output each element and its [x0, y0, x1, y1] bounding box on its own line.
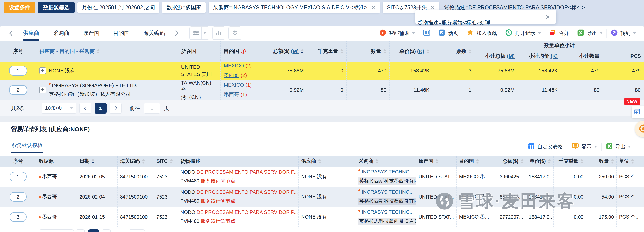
goto-page-input[interactable]: 1 [144, 103, 160, 114]
header-price[interactable]: 单价($) (K) [390, 41, 433, 61]
sort-icon[interactable] [92, 159, 94, 164]
chevron-right-icon[interactable] [173, 30, 178, 36]
unit-link[interactable]: (M) [291, 48, 299, 54]
prev-page-button[interactable] [80, 103, 92, 114]
sort-icon[interactable] [520, 159, 524, 164]
page-size-select[interactable]: 10条/页 [42, 103, 76, 114]
merge-button[interactable]: 合并 [545, 29, 573, 37]
chevron-down-icon[interactable] [628, 146, 631, 148]
sort-icon[interactable] [97, 49, 100, 54]
chevron-down-icon[interactable] [538, 32, 541, 34]
sort-icon[interactable] [548, 159, 551, 164]
layers-view-button[interactable] [228, 26, 242, 40]
sort-icon[interactable] [383, 49, 386, 54]
add-favorite-button[interactable]: 加入收藏 [462, 29, 501, 38]
sort-icon[interactable] [340, 49, 343, 54]
sort-icon[interactable] [318, 159, 321, 164]
header-label[interactable]: 供应商 - 目的国 - 采购商 [40, 48, 95, 55]
close-icon[interactable] [430, 5, 435, 10]
sort-icon[interactable] [426, 49, 430, 54]
set-conditions-button[interactable]: 设置条件 [4, 2, 35, 13]
header-origin[interactable]: 原产国 [416, 156, 457, 167]
tab-supplier[interactable]: 供应商 [16, 26, 46, 41]
sort-icon[interactable] [580, 159, 584, 164]
chevron-down-icon[interactable] [633, 32, 636, 34]
close-icon[interactable] [371, 5, 376, 10]
chevron-down-icon[interactable] [204, 32, 206, 34]
header-qty[interactable]: 数量 [347, 41, 390, 61]
filter-chip-label[interactable]: 数据源=多国家 [166, 4, 202, 11]
chart-view-button[interactable] [212, 26, 225, 40]
next-page-button[interactable] [110, 103, 122, 114]
header-supplier-group[interactable]: 供应商 - 目的国 - 采购商 [36, 41, 178, 61]
destination-link[interactable]: 墨西哥 [224, 92, 239, 97]
tab-buyer[interactable]: 采购商 [46, 26, 76, 41]
table-row[interactable]: 3 墨西哥 2026-01-15 8471500100 7523 NODO DE… [0, 207, 644, 227]
header-total[interactable]: 总额($) (M) [264, 41, 307, 61]
destination-link[interactable]: 墨西哥 [224, 72, 239, 78]
datasource-filter-button[interactable]: 数据源筛选 [38, 2, 75, 13]
unit-link[interactable]: (K) [417, 48, 424, 54]
goto-button[interactable]: 转到 [606, 29, 640, 37]
sort-icon[interactable] [631, 159, 634, 164]
filter-chip-label[interactable]: 采购商=INGRASYS TECHNOLOGY MEXICO S.A.DE C.… [213, 4, 367, 11]
sort-icon[interactable] [468, 49, 472, 54]
floating-widget-panel[interactable] [632, 106, 644, 118]
goto-page-input[interactable] [128, 230, 145, 232]
sort-icon[interactable] [436, 159, 438, 164]
header-total[interactable]: 总额($) [497, 156, 526, 167]
filter-chip-datasource[interactable]: 数据源=多国家 [162, 2, 206, 13]
filter-settings-button[interactable] [190, 26, 209, 40]
close-icon[interactable] [546, 15, 550, 19]
buyer-link[interactable]: INGRASYS TECHNO... [362, 169, 414, 175]
new-page-button[interactable]: 新页 [434, 29, 462, 37]
filter-popup-chip[interactable]: 货物描述=服务器端<标准>处理 [417, 19, 490, 26]
sort-icon[interactable] [376, 159, 378, 164]
ai-assistant-button[interactable]: 智能辅助 [375, 29, 419, 37]
chevron-down-icon[interactable] [594, 146, 597, 148]
expand-icon[interactable] [40, 67, 46, 74]
open-records-button[interactable]: 打开记录 [501, 29, 545, 38]
page-size-select[interactable] [39, 230, 74, 232]
header-destination[interactable]: 目的国 [457, 156, 497, 167]
sort-icon[interactable] [142, 159, 145, 164]
chevron-down-icon[interactable] [600, 32, 603, 34]
current-page-button[interactable]: 1 [94, 103, 106, 114]
chevron-down-icon[interactable] [412, 32, 415, 34]
header-weight[interactable]: 千克重量 [554, 156, 586, 167]
destination-link[interactable]: MEXICO [224, 63, 244, 68]
detail-export-button[interactable]: 导出 [601, 143, 635, 151]
header-supplier[interactable]: 供应商 [299, 156, 356, 167]
header-date[interactable]: 日期 [77, 156, 118, 167]
sort-icon[interactable] [301, 49, 304, 54]
table-row[interactable]: 2 INGRASYS (SINGAPORE) PTE LTD. 英格拉西斯（新加… [0, 80, 644, 100]
header-unit[interactable]: 单位 [617, 156, 644, 167]
panel-toggle-button[interactable] [419, 29, 434, 38]
sort-icon[interactable] [476, 159, 479, 164]
unit-link[interactable]: (M) [507, 53, 514, 59]
buyer-link[interactable]: INGRASYS TECHNO... [362, 189, 414, 195]
header-qty[interactable]: 数量 [586, 156, 617, 167]
tab-hs-code[interactable]: 海关编码 [136, 26, 172, 41]
header-tickets[interactable]: 票数 [433, 41, 475, 61]
expand-icon[interactable] [40, 87, 46, 93]
unit-link[interactable]: (K) [550, 53, 558, 59]
table-row[interactable]: 1 墨西哥 2026-02-05 8471500100 7523 NODO DE… [0, 167, 644, 187]
sort-icon[interactable] [170, 159, 173, 164]
header-hs-code[interactable]: 海关编码 [118, 156, 154, 167]
next-page-button[interactable] [102, 230, 111, 232]
sort-icon[interactable] [611, 159, 614, 164]
current-page-button[interactable] [88, 230, 99, 232]
prev-page-button[interactable] [76, 230, 85, 232]
tab-default-template[interactable]: 系统默认模板 [11, 142, 43, 153]
table-row[interactable]: 1 NONE 没有 UNITED STATES 美国 MEXICO (2) 墨西… [0, 62, 644, 80]
chevron-left-icon[interactable] [9, 30, 14, 36]
header-weight[interactable]: 千克重量 [307, 41, 347, 61]
display-button[interactable]: 显示 [567, 142, 601, 151]
destination-link[interactable]: MEXICO [224, 82, 244, 88]
buyer-link[interactable]: INGRASYS TECHNO... [362, 209, 414, 215]
tab-origin-country[interactable]: 原产国 [76, 26, 106, 41]
customize-table-button[interactable]: 自定义表格 [524, 143, 567, 151]
header-sitc[interactable]: SITC [154, 156, 178, 167]
table-row[interactable]: 2 墨西哥 2026-02-04 8471500100 7523 NODO DE… [0, 187, 644, 207]
